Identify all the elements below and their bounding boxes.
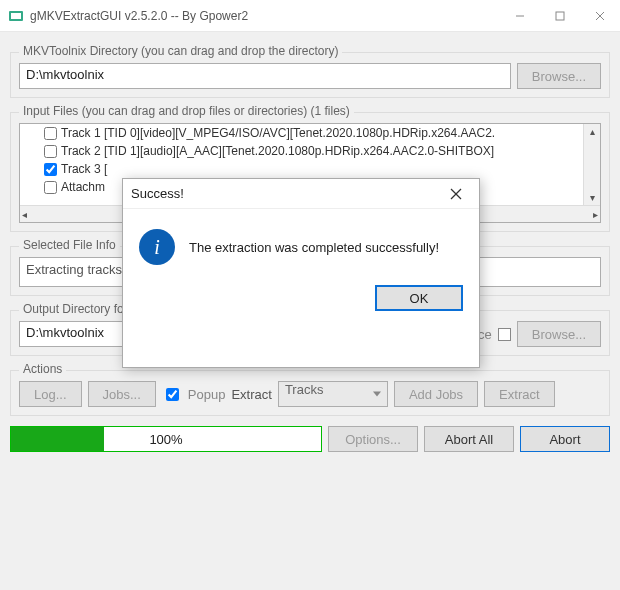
track-checkbox[interactable] — [44, 127, 57, 140]
group-label: Input Files (you can drag and drop files… — [19, 104, 354, 118]
jobs-button[interactable]: Jobs... — [88, 381, 156, 407]
extract-button[interactable]: Extract — [484, 381, 554, 407]
dialog-message: The extraction was completed successfull… — [189, 240, 439, 255]
svg-rect-1 — [11, 13, 21, 19]
mkvtoolnix-directory-group: MKVToolnix Directory (you can drag and d… — [10, 52, 610, 98]
close-icon — [450, 188, 462, 200]
extract-label: Extract — [231, 387, 271, 402]
bottom-bar: 100% Options... Abort All Abort — [10, 426, 610, 452]
progress-text: 100% — [11, 432, 321, 447]
window-title: gMKVExtractGUI v2.5.2.0 -- By Gpower2 — [30, 9, 500, 23]
abort-button[interactable]: Abort — [520, 426, 610, 452]
svg-rect-3 — [556, 12, 564, 20]
scroll-up-icon[interactable]: ▴ — [590, 126, 595, 137]
track-row[interactable]: Track 2 [TID 1][audio][A_AAC][Tenet.2020… — [20, 142, 600, 160]
ok-button[interactable]: OK — [375, 285, 463, 311]
dialog-close-button[interactable] — [441, 179, 471, 209]
group-label: Selected File Info — [19, 238, 120, 252]
extract-type-combo[interactable]: Tracks — [278, 381, 388, 407]
track-label: Attachm — [61, 180, 105, 194]
vertical-scrollbar[interactable]: ▴ ▾ — [583, 124, 600, 205]
close-button[interactable] — [580, 0, 620, 31]
track-checkbox[interactable] — [44, 163, 57, 176]
popup-label: Popup — [188, 387, 226, 402]
progress-bar: 100% — [10, 426, 322, 452]
mkvtoolnix-directory-input[interactable]: D:\mkvtoolnix — [19, 63, 511, 89]
group-label: Actions — [19, 362, 66, 376]
use-source-checkbox[interactable] — [498, 328, 511, 341]
track-label: Track 3 [ — [61, 162, 107, 176]
track-checkbox[interactable] — [44, 181, 57, 194]
group-label: MKVToolnix Directory (you can drag and d… — [19, 44, 342, 58]
window-titlebar: gMKVExtractGUI v2.5.2.0 -- By Gpower2 — [0, 0, 620, 32]
track-row[interactable]: Track 1 [TID 0][video][V_MPEG4/ISO/AVC][… — [20, 124, 600, 142]
options-button[interactable]: Options... — [328, 426, 418, 452]
abort-all-button[interactable]: Abort All — [424, 426, 514, 452]
scroll-left-icon[interactable]: ◂ — [22, 209, 27, 220]
actions-group: Actions Log... Jobs... Popup Extract Tra… — [10, 370, 610, 416]
browse-output-button[interactable]: Browse... — [517, 321, 601, 347]
info-icon: i — [139, 229, 175, 265]
app-icon — [8, 8, 24, 24]
scroll-down-icon[interactable]: ▾ — [590, 192, 595, 203]
track-row[interactable]: Track 3 [ — [20, 160, 600, 178]
track-checkbox[interactable] — [44, 145, 57, 158]
scroll-right-icon[interactable]: ▸ — [593, 209, 598, 220]
track-label: Track 1 [TID 0][video][V_MPEG4/ISO/AVC][… — [61, 126, 495, 140]
popup-checkbox[interactable] — [166, 388, 179, 401]
dialog-title: Success! — [131, 186, 184, 201]
browse-mkvtoolnix-button[interactable]: Browse... — [517, 63, 601, 89]
add-jobs-button[interactable]: Add Jobs — [394, 381, 478, 407]
minimize-button[interactable] — [500, 0, 540, 31]
dialog-titlebar: Success! — [123, 179, 479, 209]
maximize-button[interactable] — [540, 0, 580, 31]
success-dialog: Success! i The extraction was completed … — [122, 178, 480, 368]
log-button[interactable]: Log... — [19, 381, 82, 407]
track-label: Track 2 [TID 1][audio][A_AAC][Tenet.2020… — [61, 144, 494, 158]
